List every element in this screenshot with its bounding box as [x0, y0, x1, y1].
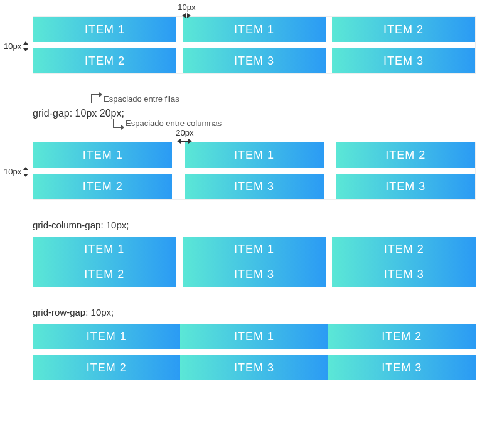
grid-cell: ITEM 1 [33, 17, 176, 42]
code-row-gap: grid-row-gap: 10px; [33, 307, 476, 317]
grid-cell: ITEM 1 [185, 142, 323, 168]
grid-cell: ITEM 1 [183, 237, 326, 262]
grid-b: ITEM 1 ITEM 1 ITEM 2 ITEM 2 ITEM 3 ITEM … [33, 142, 475, 199]
grid-cell: ITEM 3 [183, 48, 326, 73]
grid-cell: ITEM 3 [183, 262, 326, 287]
grid-a: ITEM 1 ITEM 1 ITEM 2 ITEM 2 ITEM 3 ITEM … [33, 17, 475, 73]
grid-cell: ITEM 2 [33, 355, 180, 380]
code-grid-gap: grid-gap: 10px 20px; [33, 105, 124, 122]
dimension-text: 10px [178, 3, 195, 12]
grid-cell: ITEM 1 [33, 324, 180, 349]
grid-cell: ITEM 3 [332, 262, 476, 287]
callout-col-spacing: Espaciado entre columnas [113, 119, 222, 128]
grid-d: ITEM 1 ITEM 1 ITEM 2 ITEM 2 ITEM 3 ITEM … [33, 324, 476, 380]
grid-cell: ITEM 2 [33, 262, 176, 287]
grid-cell: ITEM 2 [33, 48, 176, 73]
example-gap-10: 10px 10px ITEM 1 ITEM 1 ITEM 2 ITEM 2 IT… [6, 6, 476, 74]
dimension-text: 10px [4, 167, 21, 176]
grid-c: ITEM 1 ITEM 1 ITEM 2 ITEM 2 ITEM 3 ITEM … [33, 237, 476, 287]
col-gap-dimension-10: 10px [177, 3, 196, 19]
callout-row-spacing: Espaciado entre filas [91, 94, 179, 104]
grid-cell: ITEM 1 [33, 142, 172, 168]
example-column-gap-10: grid-column-gap: 10px; ITEM 1 ITEM 1 ITE… [6, 220, 476, 287]
grid-cell: ITEM 1 [183, 17, 326, 42]
grid-cell: ITEM 3 [336, 174, 475, 199]
grid-cell: ITEM 2 [328, 324, 476, 349]
grid-cell: ITEM 2 [332, 17, 475, 42]
callout-text: Espaciado entre columnas [126, 119, 222, 128]
grid-cell: ITEM 3 [185, 174, 323, 199]
grid-cell: ITEM 1 [180, 324, 328, 349]
grid-cell: ITEM 2 [336, 142, 475, 168]
grid-cell: ITEM 2 [332, 237, 476, 262]
grid-cell: ITEM 3 [332, 48, 475, 73]
callout-text: Espaciado entre filas [104, 94, 179, 104]
example-row-gap-10: grid-row-gap: 10px; ITEM 1 ITEM 1 ITEM 2… [6, 307, 476, 380]
row-gap-dimension-10: 10px [4, 167, 29, 176]
dimension-text: 20px [176, 128, 193, 137]
code-column-gap: grid-column-gap: 10px; [33, 220, 476, 230]
row-gap-dimension-10: 10px [4, 41, 29, 51]
example-grid-gap-10-20: Espaciado entre filas grid-gap: 10px 20p… [6, 94, 476, 200]
grid-cell: ITEM 1 [33, 237, 176, 262]
grid-cell: ITEM 3 [328, 355, 476, 380]
col-gap-dimension-20: 20px [172, 128, 197, 145]
dimension-text: 10px [4, 41, 21, 51]
grid-cell: ITEM 3 [180, 355, 328, 380]
grid-cell: ITEM 2 [33, 174, 172, 199]
